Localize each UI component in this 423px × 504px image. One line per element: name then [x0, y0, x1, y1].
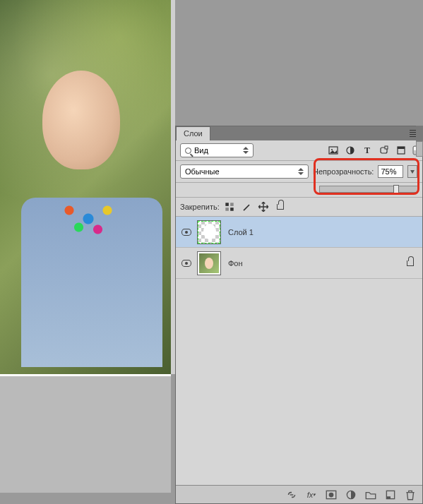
opacity-input[interactable]: 75%	[378, 165, 403, 178]
adjustment-icon[interactable]	[345, 488, 357, 501]
eye-icon	[181, 229, 191, 236]
filter-type-label: Вид	[194, 146, 208, 155]
layer-thumbnail[interactable]	[197, 251, 221, 275]
opacity-slider-thumb[interactable]	[393, 185, 399, 195]
lock-pixels-icon[interactable]	[224, 201, 235, 212]
svg-point-1	[331, 149, 333, 150]
svg-point-14	[329, 492, 334, 497]
filter-type-select[interactable]: Вид	[180, 143, 254, 157]
layer-visibility-toggle[interactable]	[176, 260, 197, 267]
layer-row[interactable]: Фон	[176, 248, 422, 279]
blend-mode-select[interactable]: Обычные	[180, 164, 309, 179]
lock-row: Закрепить:	[176, 198, 422, 217]
svg-rect-10	[230, 203, 234, 206]
blend-mode-label: Обычные	[185, 167, 220, 176]
filter-icons: T	[328, 145, 418, 155]
layers-panel-footer: fx▾	[176, 485, 422, 503]
fx-icon[interactable]: fx▾	[305, 488, 318, 501]
adjustment-filter-icon[interactable]	[345, 145, 356, 155]
layer-name[interactable]: Слой 1	[228, 228, 254, 236]
lock-label: Закрепить:	[180, 203, 220, 211]
panel-dock-button[interactable]	[416, 141, 423, 157]
svg-rect-9	[225, 203, 229, 206]
svg-rect-4	[385, 146, 388, 149]
new-layer-icon[interactable]	[384, 488, 397, 501]
mask-icon[interactable]	[325, 488, 338, 501]
group-icon[interactable]	[364, 488, 377, 501]
lock-all-icon[interactable]	[275, 201, 286, 212]
layer-thumbnail[interactable]	[197, 220, 221, 244]
layer-name[interactable]: Фон	[228, 259, 243, 268]
opacity-dropdown-button[interactable]	[407, 165, 417, 178]
svg-rect-11	[225, 208, 229, 211]
layer-list: Слой 1 Фон	[176, 217, 422, 279]
opacity-value: 75%	[381, 167, 396, 176]
search-icon	[185, 148, 191, 154]
svg-rect-6	[398, 147, 405, 149]
image-filter-icon[interactable]	[328, 145, 339, 155]
blend-opacity-row: Обычные Непрозрачность: 75%	[176, 161, 422, 183]
layer-row[interactable]: Слой 1	[176, 217, 422, 248]
trash-icon[interactable]	[404, 488, 417, 501]
opacity-slider[interactable]	[319, 186, 418, 193]
opacity-label: Непрозрачность:	[313, 167, 374, 176]
panel-collapse-button[interactable]	[416, 126, 423, 141]
image-subject	[14, 28, 155, 367]
eye-icon	[181, 260, 191, 267]
canvas-pasteboard	[0, 374, 171, 493]
layer-filter-row: Вид T	[176, 140, 422, 161]
canvas-area	[0, 0, 175, 504]
link-icon[interactable]	[285, 488, 298, 501]
svg-rect-12	[230, 208, 234, 211]
shape-filter-icon[interactable]	[379, 145, 390, 155]
panels-area: Слои Вид T Обычные Непрозрачность:	[175, 0, 423, 504]
panel-tabs: Слои	[176, 126, 422, 140]
tab-layers[interactable]: Слои	[176, 126, 210, 140]
type-filter-icon[interactable]: T	[362, 145, 373, 155]
smart-filter-icon[interactable]	[395, 145, 407, 155]
document-image[interactable]	[0, 0, 171, 374]
layers-panel: Слои Вид T Обычные Непрозрачность:	[175, 126, 423, 504]
opacity-slider-row	[176, 183, 422, 198]
layer-lock-icon[interactable]	[407, 260, 414, 266]
layer-visibility-toggle[interactable]	[176, 229, 197, 236]
lock-brush-icon[interactable]	[241, 201, 252, 212]
lock-position-icon[interactable]	[258, 201, 269, 212]
